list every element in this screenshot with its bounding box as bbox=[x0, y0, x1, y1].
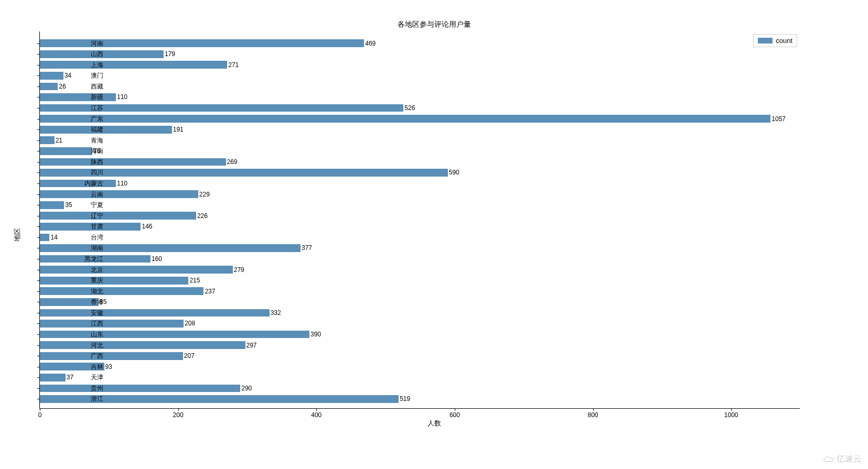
bar-row: 37 bbox=[40, 374, 73, 381]
bar-row: 215 bbox=[40, 277, 200, 285]
bar-value-label: 279 bbox=[234, 266, 244, 274]
plot-area: 4691792713426110526105719121762695901102… bbox=[39, 31, 800, 409]
bar-value-label: 590 bbox=[449, 169, 459, 176]
y-tick-label: 澳门 bbox=[91, 71, 103, 80]
bar-value-label: 160 bbox=[152, 255, 162, 263]
y-tick-label: 江西 bbox=[91, 319, 103, 328]
bar-row: 34 bbox=[40, 72, 71, 80]
y-tick-label: 台湾 bbox=[91, 233, 103, 242]
bar bbox=[40, 115, 770, 123]
bar bbox=[40, 234, 49, 242]
bar-value-label: 34 bbox=[65, 72, 71, 79]
y-tick-mark bbox=[37, 259, 40, 259]
bar-value-label: 21 bbox=[56, 137, 62, 144]
bar-value-label: 110 bbox=[117, 93, 127, 101]
bar bbox=[40, 147, 92, 155]
y-tick-label: 河南 bbox=[91, 39, 103, 48]
y-tick-label: 青海 bbox=[91, 136, 103, 145]
bar bbox=[40, 298, 99, 306]
y-tick-label: 安徽 bbox=[91, 308, 103, 317]
y-axis-label: 地区 bbox=[13, 228, 22, 242]
y-tick-label: 重庆 bbox=[91, 276, 103, 285]
y-tick-label: 湖北 bbox=[91, 287, 103, 296]
cloud-icon bbox=[823, 456, 834, 463]
bar-value-label: 26 bbox=[59, 83, 66, 90]
bar bbox=[40, 341, 245, 349]
x-tick-mark bbox=[316, 408, 317, 411]
chart-title: 各地区参与评论用户量 bbox=[398, 20, 471, 29]
x-tick-label: 800 bbox=[588, 411, 598, 419]
y-tick-label: 山西 bbox=[91, 50, 103, 59]
bar-row: 269 bbox=[40, 158, 238, 166]
bar-row: 377 bbox=[40, 244, 312, 252]
bar-value-label: 469 bbox=[365, 40, 376, 47]
bar-value-label: 207 bbox=[184, 352, 195, 359]
bar bbox=[40, 277, 188, 285]
y-tick-label: 广西 bbox=[91, 352, 103, 361]
bar-row: 191 bbox=[40, 126, 184, 134]
bar-row: 110 bbox=[40, 93, 127, 101]
bar-value-label: 93 bbox=[105, 363, 112, 370]
bar bbox=[40, 331, 309, 339]
y-tick-mark bbox=[37, 183, 40, 184]
y-tick-label: 香港 bbox=[91, 298, 103, 307]
y-tick-label: 浙江 bbox=[91, 395, 103, 403]
bar-value-label: 14 bbox=[50, 234, 57, 241]
bar-value-label: 526 bbox=[404, 104, 415, 112]
bar-value-label: 146 bbox=[142, 223, 152, 230]
bar bbox=[40, 309, 270, 317]
bar-value-label: 519 bbox=[400, 395, 410, 402]
y-tick-mark bbox=[37, 75, 40, 76]
x-tick-mark bbox=[455, 408, 455, 411]
x-tick-mark bbox=[593, 408, 594, 411]
y-tick-label: 上海 bbox=[91, 60, 103, 69]
y-tick-mark bbox=[37, 367, 40, 367]
bar bbox=[40, 190, 198, 198]
y-tick-mark bbox=[37, 216, 40, 216]
bar-value-label: 390 bbox=[310, 331, 321, 338]
y-tick-mark bbox=[37, 323, 40, 324]
bar bbox=[40, 385, 240, 392]
bar bbox=[40, 287, 203, 295]
bar bbox=[40, 83, 58, 91]
y-tick-mark bbox=[37, 302, 40, 302]
y-tick-label: 北京 bbox=[91, 265, 103, 274]
y-tick-mark bbox=[37, 194, 40, 195]
bar-row: 14 bbox=[40, 234, 58, 242]
y-tick-label: 江苏 bbox=[91, 104, 103, 113]
bar-value-label: 290 bbox=[241, 385, 252, 392]
x-tick-label: 400 bbox=[311, 411, 322, 419]
bar-value-label: 297 bbox=[247, 342, 257, 349]
bar bbox=[40, 126, 172, 134]
y-tick-label: 云南 bbox=[91, 190, 103, 199]
x-tick-mark bbox=[731, 408, 732, 411]
bar-value-label: 229 bbox=[199, 191, 210, 198]
bar bbox=[40, 244, 301, 252]
bar-value-label: 269 bbox=[227, 158, 238, 166]
bar-value-label: 1057 bbox=[771, 115, 786, 123]
x-tick-label: 200 bbox=[173, 411, 184, 419]
bar-row: 207 bbox=[40, 352, 195, 360]
y-tick-label: 湖南 bbox=[91, 244, 103, 253]
bar-value-label: 35 bbox=[65, 201, 72, 209]
y-tick-label: 吉林 bbox=[91, 362, 103, 371]
bar bbox=[40, 136, 55, 144]
bar-row: 110 bbox=[40, 180, 127, 188]
y-tick-mark bbox=[37, 172, 40, 173]
x-axis-label: 人数 bbox=[427, 419, 441, 428]
bar bbox=[40, 180, 116, 188]
bar-value-label: 271 bbox=[228, 61, 239, 69]
bar bbox=[40, 374, 66, 381]
bar-value-label: 110 bbox=[117, 180, 127, 187]
y-tick-mark bbox=[37, 399, 40, 399]
bar-value-label: 37 bbox=[67, 374, 73, 381]
bar-value-label: 332 bbox=[271, 309, 281, 317]
bar-row: 332 bbox=[40, 309, 281, 317]
bar-value-label: 179 bbox=[165, 50, 175, 58]
bar bbox=[40, 61, 227, 69]
y-tick-mark bbox=[37, 226, 40, 227]
x-tick-label: 0 bbox=[38, 411, 42, 419]
bar-row: 229 bbox=[40, 190, 210, 198]
y-tick-mark bbox=[37, 334, 40, 335]
bar-row: 208 bbox=[40, 320, 195, 328]
